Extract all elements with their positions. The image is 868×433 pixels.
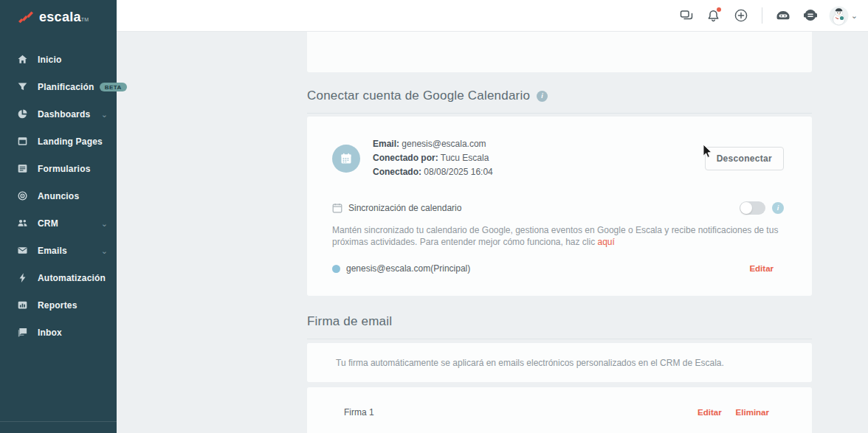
chevron-down-icon: ⌄ (101, 247, 108, 254)
sidebar-item-automatizacion[interactable]: Automatización (0, 264, 117, 291)
signature-list-card: Firma 1 Editar Eliminar (307, 387, 812, 433)
sync-label: Sincronización de calendario (348, 203, 461, 213)
pie-chart-icon (16, 108, 28, 120)
sync-description: Mantén sincronizado tu calendario de Goo… (332, 224, 793, 248)
sidebar-item-inicio[interactable]: Inicio (0, 46, 117, 73)
sidebar-footer-divider (0, 421, 117, 422)
envelope-icon (16, 245, 28, 257)
signature-description: Tu firma automáticamente se aplicará en … (336, 358, 724, 368)
edit-calendar-link[interactable]: Editar (749, 264, 774, 273)
connected-by-label: Conectado por: (373, 153, 438, 163)
sidebar-item-dashboards[interactable]: Dashboards ⌄ (0, 100, 117, 128)
connected-at-value: 08/08/2025 16:04 (424, 167, 492, 177)
chevron-down-icon: ⌄ (101, 111, 108, 118)
notifications-bell-icon[interactable] (705, 7, 723, 24)
google-calendar-card: Email: genesis@escala.com Conectado por:… (307, 117, 812, 296)
calendar-section-title: Conectar cuenta de Google Calendario i (307, 89, 812, 114)
escala-logo-bars-icon (18, 11, 34, 24)
disconnect-button[interactable]: Desconectar (705, 147, 784, 170)
email-label: Email: (373, 139, 399, 149)
beta-badge: BETA (100, 83, 127, 91)
sidebar-item-planificacion[interactable]: Planificación BETA (0, 73, 117, 100)
notification-dot (717, 7, 721, 12)
messages-icon[interactable] (678, 7, 695, 24)
sidebar-item-formularios[interactable]: Formularios (0, 155, 117, 182)
calendar-account-item: genesis@escala.com(Principal) Editar (332, 263, 784, 274)
header-divider (762, 7, 762, 24)
connected-account-row: Email: genesis@escala.com Conectado por:… (332, 137, 784, 179)
signature-description-card: Tu firma automáticamente se aplicará en … (307, 343, 812, 382)
top-header: ⌄ (117, 0, 868, 32)
previous-section-card (307, 32, 812, 72)
chatbot-icon[interactable] (802, 7, 819, 24)
main-content: Conectar cuenta de Google Calendario i E… (117, 32, 868, 433)
megaphone-target-icon (16, 190, 28, 202)
logo-text: escala (39, 10, 81, 24)
sidebar-nav: Inicio Planificación BETA Dashboards ⌄ (0, 46, 117, 346)
logo-tm: TM (81, 17, 89, 22)
app-window: escalaTM Inicio Planificación BETA (0, 0, 868, 433)
chevron-down-icon: ⌄ (101, 220, 108, 227)
calendar-color-dot (332, 265, 340, 273)
form-icon (16, 163, 28, 175)
sidebar-item-crm[interactable]: CRM ⌄ (0, 209, 117, 237)
bar-chart-icon (16, 299, 28, 311)
sync-info-icon[interactable]: i (772, 202, 784, 214)
home-icon (16, 54, 28, 66)
sidebar-item-anuncios[interactable]: Anuncios (0, 182, 117, 209)
connected-by-value: Tucu Escala (441, 153, 489, 163)
chevron-down-icon: ⌄ (851, 13, 858, 18)
add-circle-icon[interactable] (732, 7, 750, 24)
aqui-link[interactable]: aquí (598, 237, 615, 247)
calendar-sync-row: Sincronización de calendario i (332, 201, 784, 215)
landing-page-icon (16, 136, 28, 148)
sidebar-item-landing-pages[interactable]: Landing Pages (0, 128, 117, 155)
user-avatar[interactable]: ⌄ (829, 6, 858, 26)
people-icon (16, 218, 28, 229)
escala-logo[interactable]: escalaTM (0, 0, 117, 25)
filter-icon (16, 81, 28, 93)
account-info: Email: genesis@escala.com Conectado por:… (373, 137, 493, 179)
calendar-mini-icon (332, 203, 342, 213)
sidebar-item-inbox[interactable]: Inbox (0, 319, 117, 346)
sidebar: escalaTM Inicio Planificación BETA (0, 0, 117, 433)
calendar-avatar-icon (332, 145, 360, 173)
delete-signature-link[interactable]: Eliminar (736, 408, 769, 417)
sidebar-item-reportes[interactable]: Reportes (0, 291, 117, 319)
edit-signature-link[interactable]: Editar (698, 408, 722, 417)
sync-toggle[interactable] (740, 201, 765, 215)
signature-section-title: Firma de email (307, 314, 812, 339)
connected-label: Conectado: (373, 167, 421, 177)
email-value: genesis@escala.com (402, 139, 486, 149)
lightning-icon (16, 272, 28, 284)
toggle-knob (740, 202, 752, 214)
info-icon[interactable]: i (537, 91, 548, 102)
assistant-robot-icon[interactable] (774, 7, 792, 24)
account-email: genesis@escala.com(Principal) (346, 263, 470, 274)
sidebar-item-emails[interactable]: Emails ⌄ (0, 237, 117, 264)
signature-name: Firma 1 (344, 407, 374, 418)
chat-bubble-icon (16, 327, 28, 339)
avatar-snowman-icon (829, 6, 849, 26)
